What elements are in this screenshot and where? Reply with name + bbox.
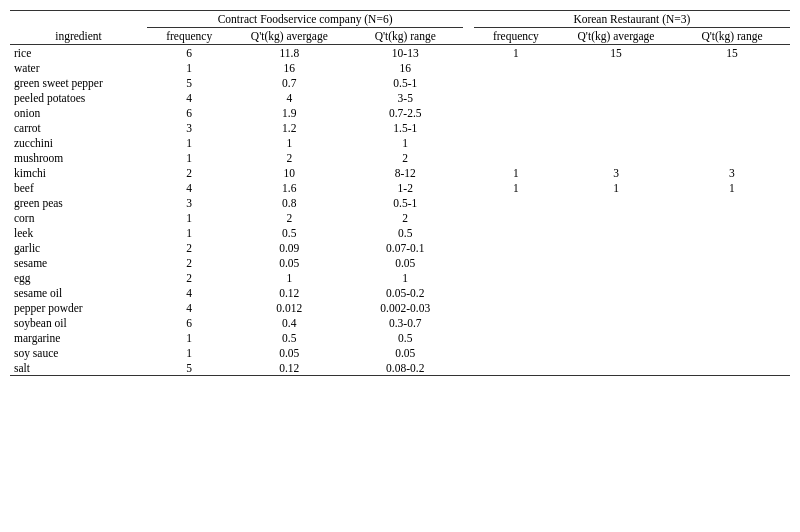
table-cell [558, 210, 674, 225]
table-cell: 3 [558, 165, 674, 180]
table-cell [463, 225, 474, 240]
table-cell: water [10, 60, 147, 75]
table-row: kimchi2108-12133 [10, 165, 790, 180]
table-row: onion61.90.7-2.5 [10, 105, 790, 120]
table-cell: beef [10, 180, 147, 195]
col-ingredient: ingredient [10, 28, 147, 45]
table-row: beef41.61-2111 [10, 180, 790, 195]
table-cell: 0.012 [231, 300, 347, 315]
table-cell [674, 150, 790, 165]
contract-group-header: Contract Foodservice company (N=6) [147, 11, 463, 28]
table-cell: 0.12 [231, 285, 347, 300]
table-cell: 0.12 [231, 360, 347, 376]
table-cell [474, 105, 558, 120]
table-cell: 2 [147, 270, 231, 285]
table-cell: 0.05 [347, 255, 463, 270]
table-cell [558, 360, 674, 376]
table-cell [474, 150, 558, 165]
table-cell: corn [10, 210, 147, 225]
table-cell: 1 [474, 45, 558, 61]
table-cell: carrot [10, 120, 147, 135]
table-cell: 1.9 [231, 105, 347, 120]
table-cell [474, 315, 558, 330]
table-cell: 1.5-1 [347, 120, 463, 135]
table-cell: 0.05 [347, 345, 463, 360]
table-cell [463, 300, 474, 315]
table-cell: 0.05 [231, 345, 347, 360]
table-cell [463, 345, 474, 360]
table-row: zucchini111 [10, 135, 790, 150]
table-row: margarine10.50.5 [10, 330, 790, 345]
table-cell: 0.8 [231, 195, 347, 210]
table-cell [674, 345, 790, 360]
table-cell [674, 135, 790, 150]
table-container: Contract Foodservice company (N=6) Korea… [10, 10, 790, 376]
table-cell [474, 75, 558, 90]
table-row: sesame oil40.120.05-0.2 [10, 285, 790, 300]
table-cell [558, 135, 674, 150]
table-cell: 2 [231, 210, 347, 225]
col-range1: Q't(kg) range [347, 28, 463, 45]
table-cell: 1 [347, 270, 463, 285]
table-cell: 0.3-0.7 [347, 315, 463, 330]
table-cell: sesame oil [10, 285, 147, 300]
table-cell: salt [10, 360, 147, 376]
table-cell: 1 [147, 225, 231, 240]
table-cell [558, 195, 674, 210]
table-cell [674, 300, 790, 315]
table-row: rice611.810-1311515 [10, 45, 790, 61]
table-cell: 0.5-1 [347, 75, 463, 90]
table-cell [558, 60, 674, 75]
table-cell [463, 90, 474, 105]
col-freq2: frequency [474, 28, 558, 45]
table-cell: 15 [558, 45, 674, 61]
table-cell [463, 270, 474, 285]
table-cell [474, 135, 558, 150]
table-cell [558, 120, 674, 135]
table-cell [474, 240, 558, 255]
table-row: green peas30.80.5-1 [10, 195, 790, 210]
table-cell [474, 225, 558, 240]
table-row: corn122 [10, 210, 790, 225]
table-cell: 1 [147, 330, 231, 345]
table-cell: 6 [147, 45, 231, 61]
table-cell [674, 120, 790, 135]
table-cell: 3 [147, 120, 231, 135]
table-cell: 0.5-1 [347, 195, 463, 210]
table-row: garlic20.090.07-0.1 [10, 240, 790, 255]
table-cell: 1 [147, 135, 231, 150]
table-row: carrot31.21.5-1 [10, 120, 790, 135]
table-cell [558, 150, 674, 165]
table-cell: soybean oil [10, 315, 147, 330]
table-cell: 1 [474, 180, 558, 195]
table-cell: 2 [147, 165, 231, 180]
table-cell [674, 90, 790, 105]
table-cell: 1 [147, 210, 231, 225]
table-cell: 4 [147, 285, 231, 300]
table-cell [474, 255, 558, 270]
table-cell: rice [10, 45, 147, 61]
table-cell [558, 105, 674, 120]
col-range2: Q't(kg) range [674, 28, 790, 45]
table-cell [558, 330, 674, 345]
table-cell [558, 240, 674, 255]
table-cell: sesame [10, 255, 147, 270]
table-cell: 1 [231, 270, 347, 285]
table-cell: 2 [231, 150, 347, 165]
table-cell: 11.8 [231, 45, 347, 61]
table-cell [558, 270, 674, 285]
table-cell [463, 105, 474, 120]
col-avg2: Q't(kg) avergage [558, 28, 674, 45]
table-cell [463, 150, 474, 165]
table-cell [674, 285, 790, 300]
table-cell [474, 300, 558, 315]
table-cell [463, 60, 474, 75]
table-row: pepper powder40.0120.002-0.03 [10, 300, 790, 315]
table-cell: 0.7-2.5 [347, 105, 463, 120]
table-cell: 1 [147, 150, 231, 165]
table-cell: 4 [147, 300, 231, 315]
table-cell: 2 [147, 255, 231, 270]
table-cell [463, 120, 474, 135]
table-cell [463, 165, 474, 180]
table-cell: 1 [147, 60, 231, 75]
